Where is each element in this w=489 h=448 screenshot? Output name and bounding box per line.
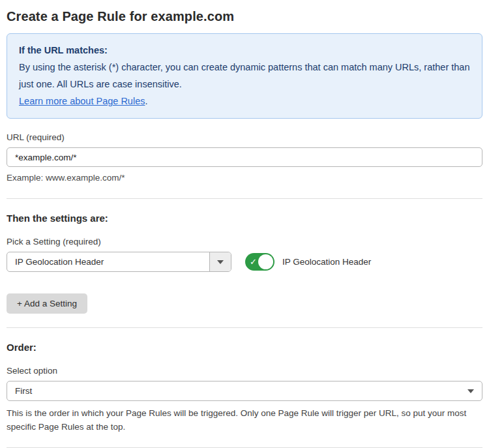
chevron-down-icon [217, 260, 224, 264]
page-title: Create a Page Rule for example.com [7, 9, 482, 24]
order-select-value: First [15, 386, 32, 396]
setting-select[interactable]: IP Geolocation Header [7, 252, 231, 272]
order-section-heading: Order: [7, 342, 482, 353]
url-match-info-box: If the URL matches: By using the asteris… [7, 33, 482, 119]
info-box-body: By using the asterisk (*) character, you… [19, 59, 470, 93]
learn-more-link[interactable]: Learn more about Page Rules [19, 96, 145, 106]
add-setting-button[interactable]: + Add a Setting [7, 293, 87, 314]
order-help-text: This is the order in which your Page Rul… [7, 406, 482, 434]
url-input[interactable] [7, 147, 482, 167]
divider [7, 198, 482, 199]
toggle-knob [258, 254, 273, 269]
ip-geolocation-toggle[interactable]: ✓ [245, 253, 274, 271]
order-select[interactable]: First [7, 381, 482, 401]
url-field-label: URL (required) [7, 132, 482, 142]
setting-select-arrow-button[interactable] [209, 252, 231, 271]
setting-picker-label: Pick a Setting (required) [7, 237, 482, 246]
settings-section-heading: Then the settings are: [7, 213, 482, 224]
order-select-label: Select option [7, 366, 482, 376]
info-box-link-line: Learn more about Page Rules. [19, 93, 470, 110]
info-box-heading: If the URL matches: [19, 42, 470, 59]
setting-row: IP Geolocation Header ✓ IP Geolocation H… [7, 252, 482, 272]
page-rule-form: Create a Page Rule for example.com If th… [0, 0, 489, 448]
url-example-text: Example: www.example.com/* [7, 172, 482, 185]
setting-select-value: IP Geolocation Header [7, 252, 209, 271]
link-suffix: . [145, 96, 147, 106]
toggle-label: IP Geolocation Header [282, 257, 371, 267]
checkmark-icon: ✓ [250, 258, 257, 266]
chevron-down-icon [467, 389, 474, 393]
divider [7, 327, 482, 328]
